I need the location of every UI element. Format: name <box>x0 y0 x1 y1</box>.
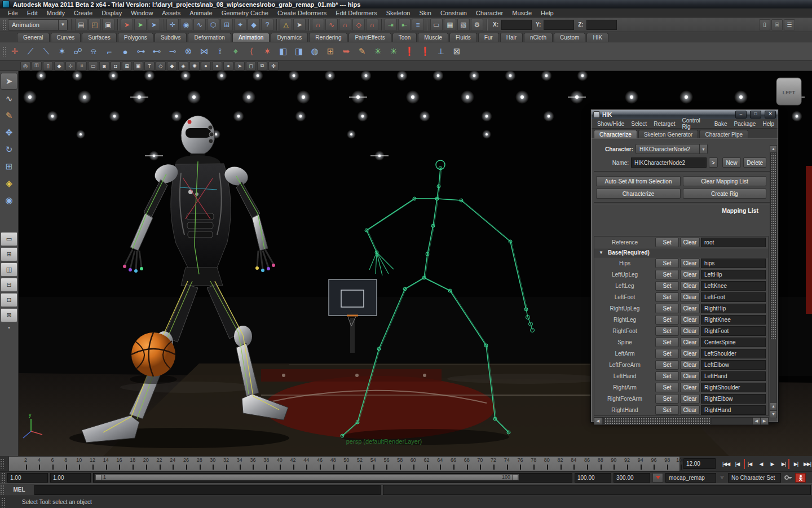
shelf-insert-joint[interactable]: ⊷ <box>149 44 164 59</box>
persp-graph-layout-button[interactable]: ⊟ <box>1 278 17 292</box>
mask-misc-icon[interactable]: ? <box>261 19 273 31</box>
time-slider-grip[interactable] <box>0 458 4 468</box>
xray-icon[interactable]: ◻ <box>246 62 256 71</box>
scroll-left-icon[interactable]: ◀ <box>752 418 761 424</box>
step-forward-frame-button[interactable]: ▶| <box>791 459 801 469</box>
mask-handles-icon[interactable]: ✛ <box>166 19 179 31</box>
new-character-button[interactable]: New <box>722 157 742 168</box>
shelf-tab-hair[interactable]: Hair <box>500 33 523 42</box>
set-button[interactable]: Set <box>655 394 679 404</box>
select-object-icon[interactable]: ➤ <box>134 19 147 31</box>
mapping-value-field[interactable]: RightHand <box>701 405 766 415</box>
toggle-channel-box-icon[interactable]: ☰ <box>784 19 795 30</box>
mapping-value-field[interactable]: RightHip <box>701 304 766 313</box>
shelf-ik-solver[interactable]: ⟨ <box>244 44 259 59</box>
safe-action-icon[interactable]: ▣ <box>133 62 143 71</box>
shelf-tab-muscle[interactable]: Muscle <box>418 33 448 42</box>
hypergraph-layout-button[interactable]: ⊡ <box>1 293 17 307</box>
scroll-left-icon[interactable]: ◀ <box>594 418 602 424</box>
menu-window[interactable]: Window <box>126 9 157 17</box>
save-scene-icon[interactable]: ▣ <box>102 19 114 31</box>
snap-curve-icon[interactable]: ∿ <box>325 19 338 31</box>
shelf-tab-deformation[interactable]: Deformation <box>188 33 231 42</box>
grid-toggle-icon[interactable]: ⌗ <box>77 62 87 71</box>
mapping-value-field[interactable]: RightFoot <box>701 326 766 336</box>
playback-start-field[interactable]: 1.00 <box>50 473 91 483</box>
output-connections-icon[interactable]: ⇤ <box>398 19 411 31</box>
vertical-scrollbar[interactable]: ▲ ▲ ▼ <box>770 145 777 418</box>
clear-button[interactable]: Clear <box>680 304 700 313</box>
mask-deformers-icon[interactable]: ⊞ <box>220 19 233 31</box>
base-required-section-header[interactable]: ▼ Base(Required) <box>594 248 768 257</box>
clear-button[interactable]: Clear <box>680 259 700 268</box>
mask-surfaces-icon[interactable]: ⬡ <box>207 19 219 31</box>
scale-tool[interactable]: ⊞ <box>1 159 17 174</box>
shelf-tab-animation[interactable]: Animation <box>232 33 270 42</box>
set-button[interactable]: Set <box>655 349 679 358</box>
go-to-playback-start-button[interactable]: |◀◀ <box>721 459 731 469</box>
menu-geometry-cache[interactable]: Geometry Cache <box>217 9 273 17</box>
set-button[interactable]: Set <box>655 238 679 247</box>
shelf-figure[interactable]: ⍾ <box>86 44 101 59</box>
mapping-value-field[interactable]: root <box>701 238 766 247</box>
chevron-down-icon[interactable]: ▽ <box>718 474 726 482</box>
step-back-frame-button[interactable]: |◀ <box>732 459 742 469</box>
mapping-value-field[interactable]: CenterSpine <box>701 338 766 347</box>
render-view-icon[interactable]: ▭ <box>430 19 443 31</box>
hik-tab-skeleton-generator[interactable]: Skeleton Generator <box>638 130 699 138</box>
shelf-joint[interactable]: ● <box>118 44 133 59</box>
mapping-value-field[interactable]: hips <box>701 259 766 268</box>
maximize-button[interactable]: □ <box>750 111 761 119</box>
select-hierarchy-icon[interactable]: ➤ <box>121 19 133 31</box>
move-tool[interactable]: ✥ <box>1 125 17 141</box>
clear-button[interactable]: Clear <box>680 394 700 404</box>
shelf-tab-hik[interactable]: HIK <box>586 33 608 42</box>
toggle-tool-settings-icon[interactable]: ⌸ <box>771 19 783 30</box>
camera-select-icon[interactable]: ◎ <box>20 62 30 71</box>
textured-icon[interactable]: ◈ <box>178 62 188 71</box>
rotate-tool[interactable]: ↻ <box>1 142 17 157</box>
snap-surface-icon[interactable]: ∩ <box>366 19 378 31</box>
scroll-up-icon[interactable]: ▲ <box>770 403 776 410</box>
mapping-value-field[interactable]: LeftElbow <box>701 360 766 370</box>
menu-edit-deformers[interactable]: Edit Deformers <box>331 9 381 17</box>
snap-grid-icon[interactable]: ∩ <box>312 19 324 31</box>
playback-range-bar[interactable]: 1 100 <box>95 474 519 480</box>
menu-character[interactable]: Character <box>471 9 508 17</box>
menu-muscle[interactable]: Muscle <box>508 9 536 17</box>
persp-curve-layout-button[interactable]: ⊠ <box>1 308 17 322</box>
shelf-exclaim-1[interactable]: ❗ <box>402 44 417 59</box>
menu-create[interactable]: Create <box>69 9 97 17</box>
shelf-tab-subdivs[interactable]: Subdivs <box>155 33 187 42</box>
menu-file[interactable]: File <box>3 9 23 17</box>
menu-display[interactable]: Display <box>97 9 126 17</box>
set-button[interactable]: Set <box>655 304 679 313</box>
minimize-button[interactable]: – <box>735 111 747 119</box>
scrollbar-thumb[interactable] <box>770 153 776 339</box>
menu-animate[interactable]: Animate <box>185 9 217 17</box>
hik-tab-characterize[interactable]: Characterize <box>594 130 637 138</box>
characterize-button[interactable]: Characterize <box>596 189 681 199</box>
shelf-tab-toon[interactable]: Toon <box>392 33 417 42</box>
wireframe-icon[interactable]: ◇ <box>156 62 166 71</box>
shelf-skeleton[interactable]: ☍ <box>70 44 85 59</box>
shelf-mirror-r[interactable]: ◨ <box>292 44 306 59</box>
shelf-tab-dynamics[interactable]: Dynamics <box>271 33 308 42</box>
shelf-remove-joint[interactable]: ⊗ <box>181 44 196 59</box>
clear-button[interactable]: Clear <box>680 405 700 415</box>
mask-rendering-icon[interactable]: ◆ <box>248 19 260 31</box>
play-forwards-button[interactable]: ▶ <box>767 459 777 469</box>
shelf-graph[interactable]: ⊠ <box>449 44 464 59</box>
play-backwards-button[interactable]: ◀ <box>756 459 766 469</box>
shelf-tab-fluids[interactable]: Fluids <box>449 33 477 42</box>
character-selector[interactable]: HIKCharacterNode2 ▼ <box>636 144 708 154</box>
four-pane-layout-button[interactable]: ⊞ <box>1 247 17 261</box>
clear-button[interactable]: Clear <box>680 238 700 247</box>
shadows-icon[interactable]: ● <box>201 62 211 71</box>
paint-select-tool[interactable]: ✎ <box>1 108 17 124</box>
scroll-down-icon[interactable]: ▼ <box>770 411 776 418</box>
select-tool[interactable]: ➤ <box>1 73 17 90</box>
shelf-full-body-ik[interactable]: ✶ <box>260 44 275 59</box>
shelf-tab-surfaces[interactable]: Surfaces <box>82 33 116 42</box>
create-rig-button[interactable]: Create Rig <box>683 189 766 199</box>
